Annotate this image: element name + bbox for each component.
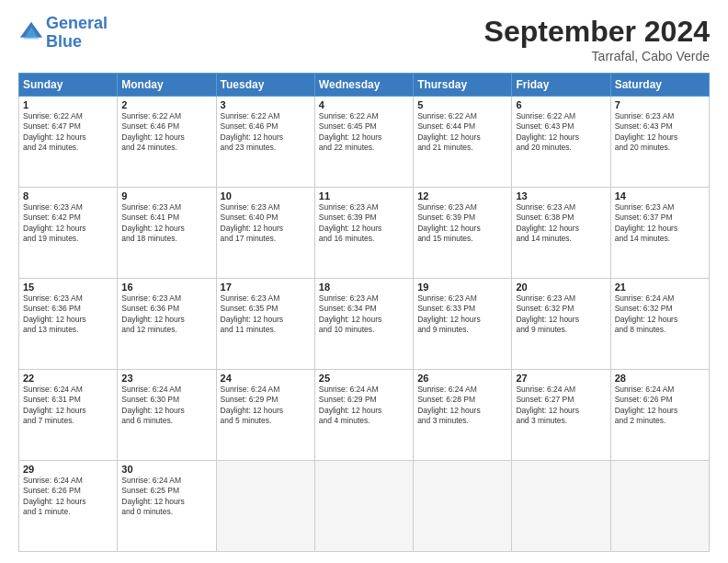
- col-wednesday: Wednesday: [314, 74, 413, 97]
- day-number: 5: [417, 99, 507, 110]
- day-number: 29: [23, 464, 113, 475]
- table-cell: 12Sunrise: 6:23 AM Sunset: 6:39 PM Dayli…: [414, 188, 512, 279]
- table-cell: 22Sunrise: 6:24 AM Sunset: 6:31 PM Dayli…: [19, 370, 118, 461]
- day-info: Sunrise: 6:22 AM Sunset: 6:46 PM Dayligh…: [121, 111, 211, 154]
- day-info: Sunrise: 6:24 AM Sunset: 6:29 PM Dayligh…: [221, 385, 311, 427]
- table-cell: 21Sunrise: 6:24 AM Sunset: 6:32 PM Dayli…: [610, 279, 709, 370]
- table-cell: 29Sunrise: 6:24 AM Sunset: 6:26 PM Dayli…: [19, 461, 118, 552]
- table-cell: 26Sunrise: 6:24 AM Sunset: 6:28 PM Dayli…: [414, 370, 512, 461]
- day-number: 1: [23, 99, 113, 110]
- table-cell: 17Sunrise: 6:23 AM Sunset: 6:35 PM Dayli…: [216, 279, 314, 370]
- day-number: 9: [121, 190, 211, 201]
- day-number: 17: [221, 282, 311, 293]
- logo-icon: [18, 20, 44, 46]
- table-cell: 2Sunrise: 6:22 AM Sunset: 6:46 PM Daylig…: [118, 97, 216, 188]
- day-info: Sunrise: 6:24 AM Sunset: 6:27 PM Dayligh…: [516, 385, 606, 427]
- logo-text: General Blue: [46, 15, 108, 52]
- day-number: 6: [516, 99, 606, 110]
- day-number: 16: [121, 282, 211, 293]
- logo-line1: General: [46, 14, 108, 32]
- day-info: Sunrise: 6:22 AM Sunset: 6:47 PM Dayligh…: [23, 111, 113, 154]
- day-info: Sunrise: 6:23 AM Sunset: 6:36 PM Dayligh…: [121, 293, 211, 336]
- day-info: Sunrise: 6:24 AM Sunset: 6:28 PM Dayligh…: [417, 385, 507, 427]
- header: General Blue September 2024 Tarrafal, Ca…: [18, 15, 710, 63]
- table-cell: 27Sunrise: 6:24 AM Sunset: 6:27 PM Dayli…: [512, 370, 610, 461]
- day-info: Sunrise: 6:22 AM Sunset: 6:43 PM Dayligh…: [516, 111, 606, 154]
- table-cell: 1Sunrise: 6:22 AM Sunset: 6:47 PM Daylig…: [19, 97, 118, 188]
- calendar-header-row: Sunday Monday Tuesday Wednesday Thursday…: [19, 74, 710, 97]
- day-number: 21: [615, 282, 705, 293]
- table-cell: 5Sunrise: 6:22 AM Sunset: 6:44 PM Daylig…: [414, 97, 512, 188]
- day-number: 26: [417, 373, 507, 384]
- table-cell: 16Sunrise: 6:23 AM Sunset: 6:36 PM Dayli…: [118, 279, 216, 370]
- day-info: Sunrise: 6:23 AM Sunset: 6:40 PM Dayligh…: [221, 202, 311, 245]
- day-number: 12: [417, 190, 507, 201]
- day-info: Sunrise: 6:24 AM Sunset: 6:26 PM Dayligh…: [23, 476, 113, 518]
- table-cell: 4Sunrise: 6:22 AM Sunset: 6:45 PM Daylig…: [314, 97, 413, 188]
- day-number: 27: [516, 373, 606, 384]
- table-cell: 9Sunrise: 6:23 AM Sunset: 6:41 PM Daylig…: [118, 188, 216, 279]
- day-number: 18: [319, 282, 409, 293]
- day-number: 24: [221, 373, 311, 384]
- calendar-body: 1Sunrise: 6:22 AM Sunset: 6:47 PM Daylig…: [19, 97, 710, 552]
- day-number: 22: [23, 373, 113, 384]
- page: General Blue September 2024 Tarrafal, Ca…: [0, 0, 728, 563]
- day-info: Sunrise: 6:23 AM Sunset: 6:35 PM Dayligh…: [221, 293, 311, 336]
- day-number: 3: [221, 99, 311, 110]
- day-number: 20: [516, 282, 606, 293]
- day-info: Sunrise: 6:23 AM Sunset: 6:39 PM Dayligh…: [319, 202, 409, 245]
- day-number: 14: [615, 190, 705, 201]
- day-info: Sunrise: 6:23 AM Sunset: 6:32 PM Dayligh…: [516, 293, 606, 336]
- table-row: 29Sunrise: 6:24 AM Sunset: 6:26 PM Dayli…: [19, 461, 710, 552]
- logo-line2: Blue: [46, 32, 82, 51]
- day-info: Sunrise: 6:24 AM Sunset: 6:25 PM Dayligh…: [121, 476, 211, 518]
- day-info: Sunrise: 6:23 AM Sunset: 6:43 PM Dayligh…: [615, 111, 705, 154]
- table-cell: 28Sunrise: 6:24 AM Sunset: 6:26 PM Dayli…: [610, 370, 709, 461]
- day-info: Sunrise: 6:24 AM Sunset: 6:30 PM Dayligh…: [121, 385, 211, 427]
- table-cell: [414, 461, 512, 552]
- table-cell: [512, 461, 610, 552]
- table-cell: 30Sunrise: 6:24 AM Sunset: 6:25 PM Dayli…: [118, 461, 216, 552]
- table-cell: 20Sunrise: 6:23 AM Sunset: 6:32 PM Dayli…: [512, 279, 610, 370]
- day-number: 28: [615, 373, 705, 384]
- table-row: 22Sunrise: 6:24 AM Sunset: 6:31 PM Dayli…: [19, 370, 710, 461]
- table-row: 1Sunrise: 6:22 AM Sunset: 6:47 PM Daylig…: [19, 97, 710, 188]
- table-cell: [314, 461, 413, 552]
- table-cell: 15Sunrise: 6:23 AM Sunset: 6:36 PM Dayli…: [19, 279, 118, 370]
- table-cell: 24Sunrise: 6:24 AM Sunset: 6:29 PM Dayli…: [216, 370, 314, 461]
- day-number: 15: [23, 282, 113, 293]
- day-number: 4: [319, 99, 409, 110]
- day-number: 8: [23, 190, 113, 201]
- day-info: Sunrise: 6:23 AM Sunset: 6:34 PM Dayligh…: [319, 293, 409, 336]
- day-number: 13: [516, 190, 606, 201]
- day-info: Sunrise: 6:22 AM Sunset: 6:46 PM Dayligh…: [221, 111, 311, 154]
- table-cell: [610, 461, 709, 552]
- day-info: Sunrise: 6:23 AM Sunset: 6:42 PM Dayligh…: [23, 202, 113, 245]
- col-saturday: Saturday: [610, 74, 709, 97]
- table-cell: 11Sunrise: 6:23 AM Sunset: 6:39 PM Dayli…: [314, 188, 413, 279]
- day-info: Sunrise: 6:23 AM Sunset: 6:36 PM Dayligh…: [23, 293, 113, 336]
- day-number: 2: [121, 99, 211, 110]
- title-block: September 2024 Tarrafal, Cabo Verde: [484, 15, 710, 63]
- month-title: September 2024: [484, 15, 710, 49]
- day-info: Sunrise: 6:23 AM Sunset: 6:39 PM Dayligh…: [417, 202, 507, 245]
- day-number: 19: [417, 282, 507, 293]
- location: Tarrafal, Cabo Verde: [484, 49, 710, 63]
- day-number: 25: [319, 373, 409, 384]
- table-cell: 13Sunrise: 6:23 AM Sunset: 6:38 PM Dayli…: [512, 188, 610, 279]
- day-info: Sunrise: 6:24 AM Sunset: 6:26 PM Dayligh…: [615, 385, 705, 427]
- day-info: Sunrise: 6:23 AM Sunset: 6:38 PM Dayligh…: [516, 202, 606, 245]
- day-info: Sunrise: 6:23 AM Sunset: 6:37 PM Dayligh…: [615, 202, 705, 245]
- col-friday: Friday: [512, 74, 610, 97]
- table-cell: 3Sunrise: 6:22 AM Sunset: 6:46 PM Daylig…: [216, 97, 314, 188]
- table-cell: 7Sunrise: 6:23 AM Sunset: 6:43 PM Daylig…: [610, 97, 709, 188]
- day-info: Sunrise: 6:22 AM Sunset: 6:45 PM Dayligh…: [319, 111, 409, 154]
- table-cell: 6Sunrise: 6:22 AM Sunset: 6:43 PM Daylig…: [512, 97, 610, 188]
- day-info: Sunrise: 6:24 AM Sunset: 6:29 PM Dayligh…: [319, 385, 409, 427]
- table-cell: 23Sunrise: 6:24 AM Sunset: 6:30 PM Dayli…: [118, 370, 216, 461]
- day-info: Sunrise: 6:23 AM Sunset: 6:33 PM Dayligh…: [417, 293, 507, 336]
- table-cell: 18Sunrise: 6:23 AM Sunset: 6:34 PM Dayli…: [314, 279, 413, 370]
- day-number: 7: [615, 99, 705, 110]
- table-cell: 19Sunrise: 6:23 AM Sunset: 6:33 PM Dayli…: [414, 279, 512, 370]
- day-number: 11: [319, 190, 409, 201]
